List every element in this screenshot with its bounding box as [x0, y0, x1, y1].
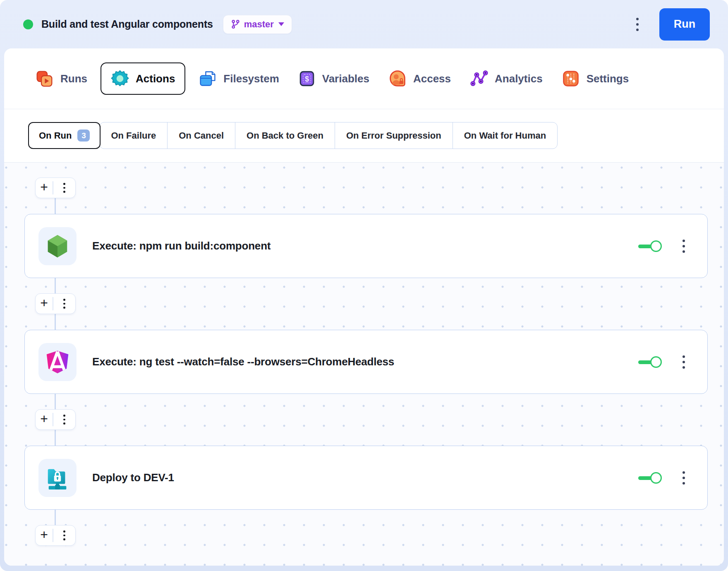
add-action-row: +: [35, 525, 76, 546]
tab-label: Actions: [136, 72, 175, 85]
filesystem-icon: [199, 70, 217, 88]
app-window: Build and test Angular components master…: [0, 0, 728, 571]
add-action-button[interactable]: +: [36, 294, 53, 314]
settings-icon: [562, 70, 580, 88]
run-button[interactable]: Run: [659, 8, 710, 41]
action-title: Execute: npm run build:component: [92, 240, 638, 252]
action-count-badge: 3: [77, 130, 90, 142]
event-tab-on-error-suppression[interactable]: On Error Suppression: [335, 122, 453, 149]
add-action-row: +: [35, 178, 76, 198]
branch-name: master: [244, 19, 274, 30]
main-tabs: Runs Actions Filesystem: [4, 48, 724, 109]
event-tab-on-wait-for-human[interactable]: On Wait for Human: [453, 122, 557, 149]
tab-label: Analytics: [495, 72, 543, 85]
tab-label: Access: [413, 72, 451, 85]
header-menu-button[interactable]: [632, 14, 643, 35]
add-action-button[interactable]: +: [36, 525, 53, 545]
pipeline-canvas: + Execute: npm run build:component: [4, 163, 724, 566]
caret-down-icon: [278, 22, 284, 26]
event-tab-on-cancel[interactable]: On Cancel: [167, 122, 235, 149]
tab-label: Settings: [587, 72, 629, 85]
action-card[interactable]: Execute: npm run build:component: [24, 214, 708, 278]
event-tab-label: On Run: [39, 130, 72, 141]
action-card[interactable]: Execute: ng test --watch=false --browser…: [24, 330, 708, 394]
variables-icon: $: [298, 70, 316, 87]
pipeline-title: Build and test Angular components: [41, 18, 213, 30]
add-action-row: +: [35, 409, 76, 430]
action-enabled-toggle[interactable]: [638, 472, 662, 484]
pipeline-header: Build and test Angular components master…: [0, 0, 728, 48]
git-branch-icon: [231, 19, 240, 29]
tab-variables[interactable]: $ Variables: [298, 70, 369, 87]
action-enabled-toggle[interactable]: [638, 240, 662, 252]
action-menu-button[interactable]: [678, 235, 689, 257]
event-tab-on-failure[interactable]: On Failure: [100, 122, 167, 149]
row-menu-button[interactable]: [53, 410, 75, 429]
nodejs-icon: [45, 233, 70, 259]
event-tab-on-back-to-green[interactable]: On Back to Green: [235, 122, 335, 149]
tab-analytics[interactable]: Analytics: [470, 70, 543, 88]
action-menu-button[interactable]: [678, 467, 689, 489]
add-action-row: +: [35, 293, 76, 314]
actions-icon: [111, 70, 129, 88]
tab-actions[interactable]: Actions: [101, 62, 185, 95]
analytics-icon: [470, 70, 488, 88]
action-menu-button[interactable]: [678, 351, 689, 373]
action-icon-box: [38, 459, 77, 497]
tab-settings[interactable]: Settings: [562, 70, 629, 88]
event-tab-on-run[interactable]: On Run 3: [28, 122, 101, 149]
action-icon-box: [38, 227, 77, 265]
action-enabled-toggle[interactable]: [638, 356, 662, 368]
row-menu-button[interactable]: [53, 178, 75, 198]
tab-label: Filesystem: [223, 72, 279, 85]
tab-label: Variables: [322, 72, 369, 85]
action-title: Execute: ng test --watch=false --browser…: [92, 355, 638, 368]
action-title: Deploy to DEV-1: [92, 471, 638, 484]
add-action-button[interactable]: +: [36, 410, 53, 429]
sftp-lock-icon: [45, 465, 70, 491]
access-icon: [388, 70, 407, 88]
tab-label: Runs: [60, 72, 87, 85]
runs-icon: [35, 70, 54, 88]
branch-selector[interactable]: master: [223, 15, 292, 34]
tab-access[interactable]: Access: [388, 70, 451, 88]
tab-runs[interactable]: Runs: [35, 70, 87, 88]
status-dot: [23, 19, 33, 29]
event-tab-group: On Failure On Cancel On Back to Green On…: [99, 122, 558, 149]
action-icon-box: [38, 343, 77, 381]
svg-text:$: $: [305, 75, 309, 83]
event-tabs: On Run 3 On Failure On Cancel On Back to…: [4, 109, 724, 163]
action-card[interactable]: Deploy to DEV-1: [24, 446, 708, 510]
row-menu-button[interactable]: [53, 294, 75, 314]
tab-filesystem[interactable]: Filesystem: [199, 70, 279, 88]
angular-icon: [45, 350, 70, 374]
main-panel: Runs Actions Filesystem: [4, 48, 724, 566]
add-action-button[interactable]: +: [36, 178, 53, 198]
row-menu-button[interactable]: [53, 525, 75, 545]
